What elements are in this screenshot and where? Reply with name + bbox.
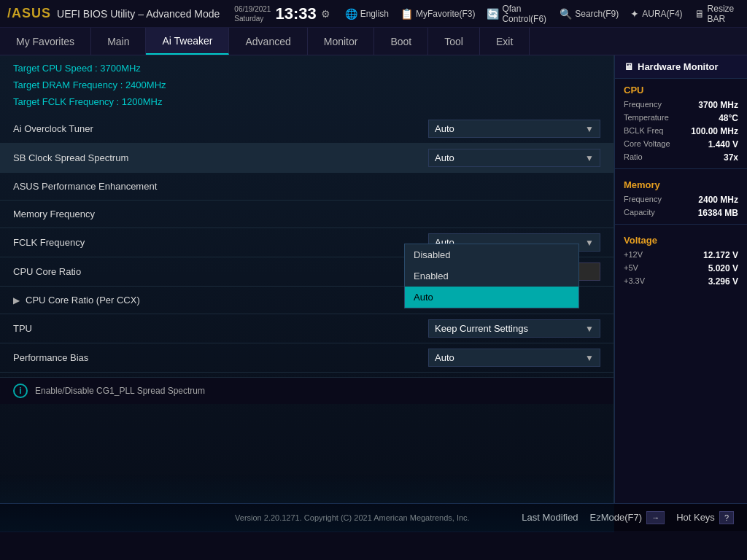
aura-label: AURA(F4) xyxy=(642,9,682,19)
expand-arrow-icon: ▶ xyxy=(13,295,20,306)
settings-icon[interactable]: ⚙ xyxy=(321,8,330,20)
asus-logo: /ASUS xyxy=(7,6,51,21)
tab-ai-tweaker[interactable]: Ai Tweaker xyxy=(146,28,229,55)
info-fclk-freq: Target FCLK Frequency : 1200MHz xyxy=(0,93,614,110)
select-ai-overclock-value: Auto xyxy=(435,123,454,134)
main-content: Target CPU Speed : 3700MHz Target DRAM F… xyxy=(0,55,747,503)
dropdown-option-enabled[interactable]: Enabled xyxy=(405,265,578,287)
hw-divider-2 xyxy=(615,224,747,225)
hw-cpu-temp-row: Temperature 48°C xyxy=(615,112,747,125)
tab-monitor[interactable]: Monitor xyxy=(308,28,375,55)
select-perf-bias[interactable]: Auto ▼ xyxy=(428,349,600,367)
setting-performance-bias[interactable]: Performance Bias Auto ▼ xyxy=(0,343,614,373)
hw-divider-1 xyxy=(615,168,747,169)
select-sb-clock[interactable]: Auto ▼ xyxy=(428,149,600,167)
hw-cpu-temp-value: 48°C xyxy=(719,113,738,123)
hw-33v-value: 3.296 V xyxy=(708,276,738,287)
hw-monitor-label: Hardware Monitor xyxy=(638,61,719,72)
fan-icon: 🔄 xyxy=(487,8,499,20)
hw-ratio-row: Ratio 37x xyxy=(615,151,747,164)
navtabs: My Favorites Main Ai Tweaker Advanced Mo… xyxy=(0,28,747,55)
topbar-myfavorite[interactable]: 📋 MyFavorite(F3) xyxy=(400,8,475,20)
topbar-language[interactable]: 🌐 English xyxy=(345,8,389,20)
info-description: Enable/Disable CG1_PLL Spread Spectrum xyxy=(35,386,205,396)
setting-label-cpu-ratio: CPU Core Ratio xyxy=(13,266,428,277)
hw-mem-capacity-label: Capacity xyxy=(624,208,655,218)
chevron-down-icon-sb: ▼ xyxy=(585,153,594,163)
tab-boot[interactable]: Boot xyxy=(374,28,428,55)
select-tpu[interactable]: Keep Current Settings ▼ xyxy=(428,319,600,338)
tab-main[interactable]: Main xyxy=(91,28,146,55)
dropdown-option-auto[interactable]: Auto xyxy=(405,287,578,308)
resize-label: Resize BAR xyxy=(708,4,740,24)
hw-cpu-temp-label: Temperature xyxy=(624,113,669,123)
setting-label-perf-bias: Performance Bias xyxy=(13,352,428,363)
hw-33v-row: +3.3V 3.296 V xyxy=(615,275,747,288)
bg-circuit xyxy=(0,474,614,503)
setting-label-asus-perf: ASUS Performance Enhancement xyxy=(13,181,600,192)
topbar-aura[interactable]: ✦ AURA(F4) xyxy=(630,8,682,20)
setting-asus-perf-enhancement[interactable]: ASUS Performance Enhancement xyxy=(0,173,614,201)
topbar-search[interactable]: 🔍 Search(F9) xyxy=(560,8,619,20)
setting-ai-overclock-tuner[interactable]: Ai Overclock Tuner Auto ▼ xyxy=(0,114,614,144)
topbar: /ASUS UEFI BIOS Utility – Advanced Mode … xyxy=(0,0,747,28)
resize-icon: 🖥 xyxy=(694,8,705,20)
ez-mode-button[interactable]: EzMode(F7) → xyxy=(590,511,665,524)
info-icon: i xyxy=(13,384,28,398)
info-dram-freq: Target DRAM Frequency : 2400MHz xyxy=(0,77,614,93)
chevron-down-icon-fclk: ▼ xyxy=(585,238,594,248)
time-display: 13:33 xyxy=(275,4,316,23)
hw-bclk-row: BCLK Freq 100.00 MHz xyxy=(615,125,747,138)
topbar-items: 🌐 English 📋 MyFavorite(F3) 🔄 Qfan Contro… xyxy=(345,4,740,24)
select-perf-bias-value: Auto xyxy=(435,352,454,363)
hw-mem-freq-label: Frequency xyxy=(624,195,662,205)
hw-monitor-title: 🖥 Hardware Monitor xyxy=(615,55,747,79)
setting-tpu[interactable]: TPU Keep Current Settings ▼ xyxy=(0,314,614,343)
footer: Version 2.20.1271. Copyright (C) 2021 Am… xyxy=(0,503,747,531)
monitor-icon: 🖥 xyxy=(624,61,633,72)
hw-5v-row: +5V 5.020 V xyxy=(615,262,747,275)
chevron-down-icon: ▼ xyxy=(585,124,594,134)
setting-sb-clock-spread[interactable]: SB Clock Spread Spectrum Auto ▼ xyxy=(0,144,614,173)
topbar-resizebar[interactable]: 🖥 Resize BAR xyxy=(694,4,740,24)
hw-12v-value: 12.172 V xyxy=(703,250,738,260)
hot-keys-label: Hot Keys xyxy=(676,512,715,523)
datetime-area: 06/19/2021 Saturday 13:33 ⚙ xyxy=(234,4,330,23)
setting-memory-frequency[interactable]: Memory Frequency xyxy=(0,201,614,228)
setting-label-tpu: TPU xyxy=(13,323,428,334)
dropdown-option-disabled[interactable]: Disabled xyxy=(405,244,578,265)
select-sb-clock-value: Auto xyxy=(435,152,454,163)
hot-keys-icon: ? xyxy=(719,511,734,524)
chevron-down-icon-tpu: ▼ xyxy=(585,324,594,334)
sb-clock-dropdown[interactable]: Disabled Enabled Auto xyxy=(404,244,579,308)
info-cpu-speed: Target CPU Speed : 3700MHz xyxy=(0,55,614,77)
topbar-qfan[interactable]: 🔄 Qfan Control(F6) xyxy=(487,4,548,24)
hw-12v-label: +12V xyxy=(624,250,643,260)
tab-exit[interactable]: Exit xyxy=(480,28,530,55)
select-ai-overclock[interactable]: Auto ▼ xyxy=(428,120,600,138)
hw-mem-capacity-value: 16384 MB xyxy=(698,208,738,218)
tab-tool[interactable]: Tool xyxy=(428,28,480,55)
hot-keys-button[interactable]: Hot Keys ? xyxy=(676,511,734,524)
hw-5v-label: +5V xyxy=(624,263,638,273)
tab-my-favorites[interactable]: My Favorites xyxy=(0,28,91,55)
last-modified-label: Last Modified xyxy=(522,512,578,523)
globe-icon: 🌐 xyxy=(345,8,357,20)
favorite-icon: 📋 xyxy=(400,8,413,20)
language-label: English xyxy=(360,9,389,19)
search-label: Search(F9) xyxy=(575,9,619,19)
hw-cpu-freq-row: Frequency 3700 MHz xyxy=(615,98,747,112)
select-tpu-value: Keep Current Settings xyxy=(435,323,528,334)
hw-bclk-value: 100.00 MHz xyxy=(691,126,738,136)
aura-icon: ✦ xyxy=(630,8,639,20)
hw-mem-capacity-row: Capacity 16384 MB xyxy=(615,206,747,219)
hw-mem-freq-row: Frequency 2400 MHz xyxy=(615,193,747,206)
hw-memory-section-title: Memory xyxy=(615,174,747,193)
hw-ratio-value: 37x xyxy=(724,152,738,163)
hw-5v-value: 5.020 V xyxy=(708,263,738,273)
tab-advanced[interactable]: Advanced xyxy=(229,28,307,55)
setting-label-ai-overclock: Ai Overclock Tuner xyxy=(13,123,428,134)
hw-cpu-freq-label: Frequency xyxy=(624,100,662,110)
ez-mode-icon: → xyxy=(646,511,665,524)
last-modified-button[interactable]: Last Modified xyxy=(522,512,578,523)
